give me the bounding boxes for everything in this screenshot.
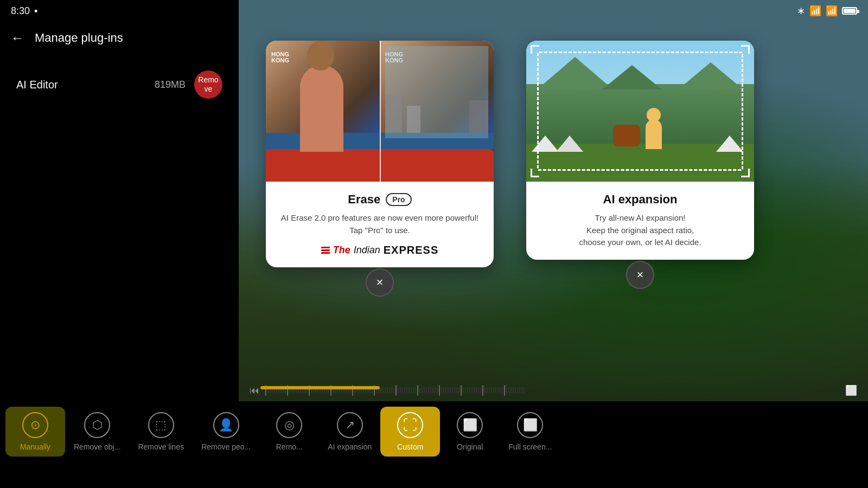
- ie-stripe-1: [321, 247, 330, 248]
- toolbar-item-custom[interactable]: ⛶ Custom: [380, 407, 440, 457]
- timeline-mark: [487, 387, 488, 394]
- timeline-mark: [495, 387, 496, 394]
- timeline-mark: [489, 387, 490, 394]
- timeline-mark: [406, 387, 407, 394]
- divider-line: [380, 41, 381, 182]
- expansion-card-title: AI expansion: [539, 192, 741, 207]
- toolbar-item-fullscreen[interactable]: ⬜ Full screen...: [500, 407, 560, 457]
- expansion-card-description: Try all-new AI expansion! Keep the origi…: [539, 212, 741, 249]
- person-figure: [300, 65, 343, 152]
- timeline-mark: [426, 387, 427, 394]
- expansion-card: AI expansion Try all-new AI expansion! K…: [526, 41, 754, 260]
- fullscreen-label: Full screen...: [508, 442, 552, 451]
- ai-expansion-icon: ↗: [337, 412, 363, 438]
- expansion-close-button[interactable]: ×: [626, 261, 654, 289]
- remove-obj-icon: ⬡: [84, 412, 110, 438]
- timeline-mark: [474, 387, 475, 394]
- toolbar-item-manually[interactable]: ⊙ Manually: [5, 407, 65, 457]
- ie-text-indian: Indian: [354, 245, 380, 256]
- timeline-mark: [458, 387, 459, 394]
- expansion-card-wrapper: AI expansion Try all-new AI expansion! K…: [526, 35, 754, 261]
- toolbar-item-ai-expansion[interactable]: ↗ AI expansion: [319, 407, 380, 457]
- ie-stripe-3: [321, 252, 330, 254]
- timeline-mark: [441, 387, 442, 394]
- wifi-icon: 📶: [826, 5, 838, 17]
- erase-card: HONGKONG HONGKONG: [266, 41, 494, 267]
- erase-card-wrapper: HONGKONG HONGKONG: [266, 35, 494, 268]
- plugin-list: AI Editor 819MB Remo ve: [0, 54, 239, 115]
- timeline-mark: [415, 387, 416, 394]
- ie-stripes: [321, 247, 330, 254]
- timeline-mark: [448, 387, 449, 394]
- timeline-mark: [428, 387, 429, 394]
- remo-label: Remo...: [276, 442, 303, 451]
- timeline-mark: [389, 387, 390, 394]
- timeline-mark: [400, 387, 401, 394]
- battery-fill: [844, 9, 856, 13]
- battery-icon: [842, 7, 857, 15]
- timeline-mark: [409, 387, 410, 394]
- page-title: Manage plug-ins: [35, 31, 123, 45]
- selection-border: [537, 52, 743, 171]
- timeline-mark: [450, 387, 451, 394]
- toolbar-item-remove-peo[interactable]: 👤 Remove peo...: [193, 407, 259, 457]
- timeline-mark: [524, 387, 525, 394]
- custom-label: Custom: [397, 442, 423, 451]
- boat-right: [380, 149, 494, 182]
- timeline-mark: [404, 387, 405, 394]
- manually-label: Manually: [20, 442, 50, 451]
- timeline-mark: [517, 387, 518, 394]
- ie-stripe-2: [321, 249, 330, 251]
- progress-bar: [260, 386, 380, 389]
- status-right: ∗ 📶 📶: [797, 5, 857, 17]
- erase-image-after: HONGKONG: [380, 41, 494, 182]
- timeline-mark: [411, 387, 412, 394]
- timeline-mark: [484, 387, 486, 394]
- timeline-mark: [521, 387, 522, 394]
- timeline-mark: [454, 387, 455, 394]
- timeline-mark: [502, 387, 503, 394]
- back-button[interactable]: ←: [11, 30, 24, 46]
- ie-text-the: The: [333, 245, 350, 256]
- remo-icon: ◎: [276, 412, 302, 438]
- timeline-mark: [419, 387, 420, 394]
- plugin-size: 819MB: [155, 79, 186, 91]
- time-display: 8:30: [11, 5, 30, 17]
- timeline-mark: [506, 387, 507, 394]
- erase-close-button[interactable]: ×: [366, 268, 394, 297]
- toolbar-item-remove-lines[interactable]: ⬚ Remove lines: [129, 407, 193, 457]
- remove-button[interactable]: Remo ve: [194, 70, 222, 99]
- timeline-mark: [443, 387, 444, 394]
- toolbar-item-original[interactable]: ⬜ Original: [440, 407, 500, 457]
- corner-br: [741, 169, 750, 177]
- timeline-mark: [493, 387, 494, 394]
- toolbar-items: ⊙ Manually ⬡ Remove obj... ⬚ Remove line…: [0, 407, 566, 457]
- timeline-mark: [469, 387, 470, 394]
- ai-expansion-label: AI expansion: [328, 442, 372, 451]
- timeline-mark: [439, 385, 440, 396]
- pro-badge: Pro: [386, 193, 411, 206]
- remove-peo-icon: 👤: [213, 412, 239, 438]
- fullscreen-icon: ⬜: [517, 412, 543, 438]
- bluetooth-icon: ∗: [797, 5, 805, 17]
- toolbar-item-remo[interactable]: ◎ Remo...: [259, 407, 319, 457]
- timeline-mark: [435, 387, 436, 394]
- remove-lines-icon: ⬚: [148, 412, 174, 438]
- timeline-mark: [393, 387, 394, 394]
- remove-lines-label: Remove lines: [138, 442, 184, 451]
- timeline-mark: [430, 387, 431, 394]
- corner-bl: [531, 169, 539, 177]
- manually-icon: ⊙: [22, 412, 48, 438]
- timeline-mark: [476, 387, 477, 394]
- timeline-mark: [395, 385, 397, 396]
- timeline-mark: [391, 387, 392, 394]
- original-icon: ⬜: [457, 412, 483, 438]
- building-3: [469, 100, 488, 133]
- boat-left: [266, 149, 380, 182]
- timeline-mark: [497, 387, 499, 394]
- original-label: Original: [457, 442, 483, 451]
- remove-obj-label: Remove obj...: [74, 442, 120, 451]
- timeline-mark: [437, 387, 438, 394]
- toolbar-item-remove-obj[interactable]: ⬡ Remove obj...: [65, 407, 129, 457]
- building-2: [407, 106, 420, 133]
